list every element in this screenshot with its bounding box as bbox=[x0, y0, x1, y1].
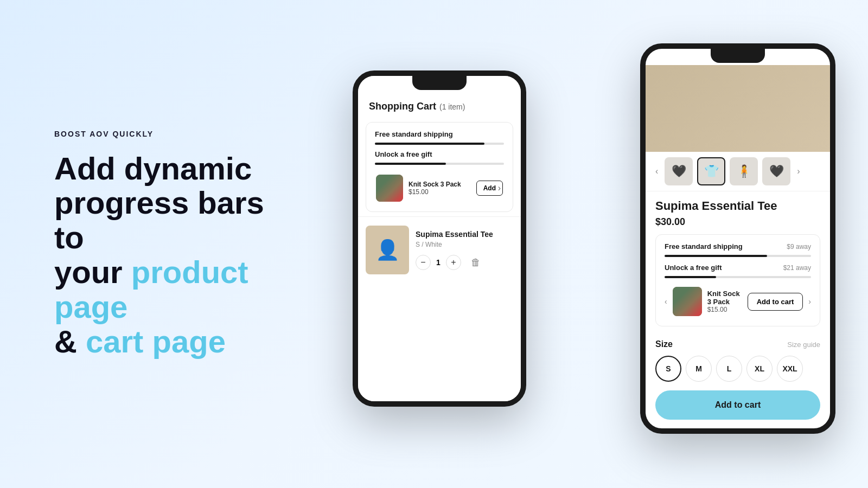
highlight-cart-page: cart page bbox=[86, 324, 226, 359]
product-progress-card: Free standard shipping $9 away Unlock a … bbox=[655, 234, 820, 326]
cart-upsell-image bbox=[376, 175, 403, 202]
headline-line3: your bbox=[54, 254, 131, 290]
cart-progress-card: Free standard shipping Unlock a free gif… bbox=[366, 122, 513, 212]
size-header: Size Size guide bbox=[655, 339, 820, 349]
product-progress2-label: Unlock a free gift bbox=[665, 264, 722, 272]
product-price: $30.00 bbox=[655, 216, 820, 228]
cart-progress1-fill bbox=[375, 143, 484, 145]
cart-phone-inner: Shopping Cart (1 item) Free standard shi… bbox=[358, 76, 521, 401]
add-to-cart-section: Add to cart bbox=[646, 382, 830, 420]
thumb-3[interactable]: 🧍 bbox=[730, 157, 758, 185]
cart-item-count: (1 item) bbox=[439, 102, 465, 111]
cart-progress1-label: Free standard shipping bbox=[375, 130, 504, 138]
product-progress2-bg bbox=[665, 276, 811, 278]
product-progress1-bg bbox=[665, 255, 811, 257]
sock-image bbox=[376, 175, 403, 202]
thumb-1[interactable]: 🖤 bbox=[665, 157, 693, 185]
product-upsell-price: $15.00 bbox=[707, 306, 742, 313]
cart-progress2-label: Unlock a free gift bbox=[375, 150, 504, 158]
product-progress1-row: Free standard shipping $9 away bbox=[665, 242, 811, 251]
cart-upsell-next-icon[interactable]: › bbox=[498, 183, 501, 193]
eyebrow-label: BOOST AOV QUICKLY bbox=[54, 130, 293, 138]
cart-upsell-name: Knit Sock 3 Pack bbox=[409, 181, 471, 188]
product-phone-inner: ‹ 🖤 👕 🧍 🖤 › Supima Essential Tee $30.00 … bbox=[646, 49, 830, 428]
product-phone: ‹ 🖤 👕 🧍 🖤 › Supima Essential Tee $30.00 … bbox=[640, 43, 835, 434]
product-upsell-add-button[interactable]: Add to cart bbox=[748, 293, 803, 311]
product-progress2-away: $21 away bbox=[783, 264, 811, 272]
size-section: Size Size guide S M L XL XXL bbox=[646, 332, 830, 382]
size-xl-button[interactable]: XL bbox=[746, 356, 773, 382]
cart-product-variant: S / White bbox=[416, 241, 513, 248]
size-l-button[interactable]: L bbox=[716, 356, 742, 382]
product-upsell-info: Knit Sock 3 Pack $15.00 bbox=[707, 290, 742, 313]
tshirt-icon: 👤 bbox=[375, 239, 400, 261]
product-upsell-name: Knit Sock 3 Pack bbox=[707, 290, 742, 306]
product-details: Supima Essential Tee $30.00 Free standar… bbox=[646, 191, 830, 326]
headline: Add dynamic progress bars to your produc… bbox=[54, 151, 293, 359]
cart-header: Shopping Cart (1 item) bbox=[358, 92, 521, 118]
cart-upsell-container: ‹ Knit Sock 3 Pack $15.00 Add › bbox=[375, 170, 504, 204]
qty-decrease-button[interactable]: − bbox=[416, 255, 431, 270]
headline-line2: progress bars to bbox=[54, 185, 264, 255]
product-upsell-image bbox=[673, 287, 702, 316]
size-s-button[interactable]: S bbox=[655, 356, 681, 382]
product-progress1-fill bbox=[665, 255, 767, 257]
product-progress2-row: Unlock a free gift $21 away bbox=[665, 264, 811, 272]
cart-qty-control: − 1 + 🗑 bbox=[416, 255, 513, 270]
add-to-cart-button[interactable]: Add to cart bbox=[655, 390, 820, 420]
cart-product-name: Supima Essential Tee bbox=[416, 230, 513, 239]
trash-icon[interactable]: 🗑 bbox=[471, 257, 481, 268]
product-name: Supima Essential Tee bbox=[655, 199, 820, 213]
cart-progress2-fill bbox=[375, 163, 446, 165]
cart-upsell-info: Knit Sock 3 Pack $15.00 bbox=[409, 181, 471, 196]
size-title: Size bbox=[655, 339, 673, 349]
qty-increase-button[interactable]: + bbox=[446, 255, 461, 270]
product-sock-image bbox=[673, 287, 702, 316]
qty-value: 1 bbox=[436, 258, 441, 267]
cart-upsell-row: ‹ Knit Sock 3 Pack $15.00 Add › bbox=[375, 170, 504, 204]
product-progress1-label: Free standard shipping bbox=[665, 242, 743, 251]
size-xxl-button[interactable]: XXL bbox=[777, 356, 803, 382]
product-upsell-prev-icon[interactable]: ‹ bbox=[665, 297, 667, 306]
cart-product-row: 👤 Supima Essential Tee S / White − 1 + 🗑 bbox=[358, 216, 521, 283]
size-guide-link[interactable]: Size guide bbox=[787, 341, 820, 349]
cart-product-info: Supima Essential Tee S / White − 1 + 🗑 bbox=[416, 230, 513, 270]
cart-title: Shopping Cart bbox=[369, 101, 436, 112]
left-section: BOOST AOV QUICKLY Add dynamic progress b… bbox=[0, 86, 326, 402]
cart-phone: Shopping Cart (1 item) Free standard shi… bbox=[353, 70, 526, 407]
cart-product-image: 👤 bbox=[366, 226, 409, 274]
product-thumbnails: ‹ 🖤 👕 🧍 🖤 › bbox=[646, 152, 830, 191]
product-progress1-away: $9 away bbox=[787, 243, 811, 251]
right-section: Shopping Cart (1 item) Free standard shi… bbox=[326, 0, 868, 488]
size-m-button[interactable]: M bbox=[686, 356, 712, 382]
thumb-4[interactable]: 🖤 bbox=[762, 157, 790, 185]
product-hero-image bbox=[646, 65, 830, 152]
thumb-prev-icon[interactable]: ‹ bbox=[653, 164, 660, 178]
thumb-2[interactable]: 👕 bbox=[697, 157, 725, 185]
thumb-next-icon[interactable]: › bbox=[795, 164, 802, 178]
product-upsell-row: ‹ Knit Sock 3 Pack $15.00 Add to cart › bbox=[665, 285, 811, 318]
cart-progress1-bg bbox=[375, 143, 504, 145]
cart-upsell-price: $15.00 bbox=[409, 188, 471, 196]
product-upsell-next-icon[interactable]: › bbox=[808, 297, 811, 306]
cart-progress2-bg bbox=[375, 163, 504, 165]
headline-line1: Add dynamic bbox=[54, 151, 252, 186]
product-progress2-fill bbox=[665, 276, 716, 278]
size-options: S M L XL XXL bbox=[655, 356, 820, 382]
headline-and: & bbox=[54, 324, 86, 359]
